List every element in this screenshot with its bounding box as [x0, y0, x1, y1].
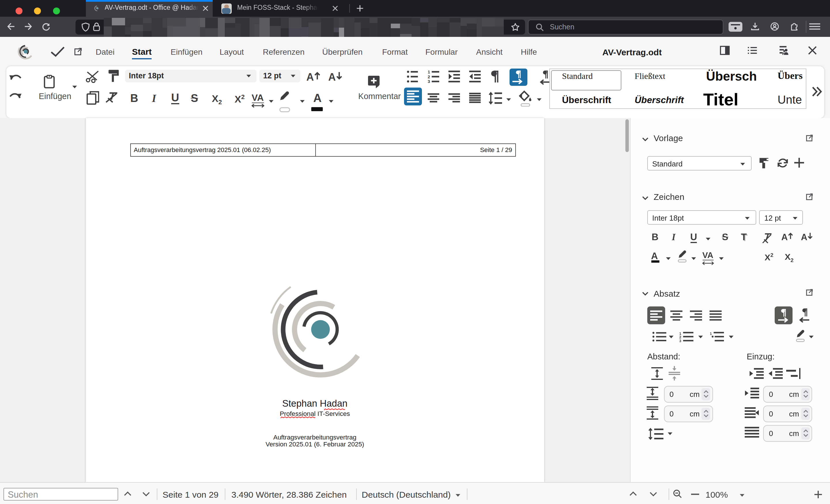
- svg-text:2: 2: [427, 74, 430, 79]
- svg-text:1: 1: [427, 70, 430, 74]
- svg-text:1: 1: [709, 332, 711, 336]
- svg-text:3: 3: [679, 339, 681, 342]
- svg-text:3: 3: [427, 79, 430, 83]
